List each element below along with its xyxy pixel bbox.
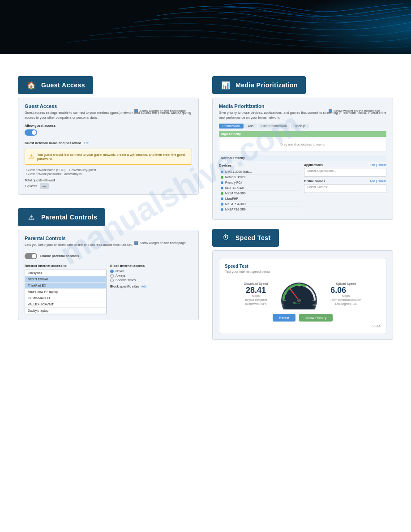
device-mk2: MKSAPS&-3R9 (219, 202, 301, 207)
speedometer-gauge: 0 100 200 Mbps (277, 278, 321, 309)
upload-row: 6.06 ↑ (330, 286, 361, 294)
radio-specific[interactable]: Specific Times (110, 279, 192, 282)
count-box: — (40, 183, 49, 189)
parental-controls-header[interactable]: ⚠ Parental Controls (18, 208, 105, 226)
games-dropdown[interactable]: Select Games... (304, 184, 386, 193)
high-priority-label: High Priority (219, 131, 386, 137)
network-edit-link[interactable]: Edit (84, 142, 89, 145)
guest-fields: · Guest network name (SSID): HeavenSurry… (25, 168, 192, 176)
show-history-button[interactable]: Show History (299, 314, 333, 322)
devices-col-title: Devices (219, 163, 301, 167)
speed-test-header[interactable]: ⏱ Speed Test (212, 229, 279, 247)
dot-mml (221, 171, 223, 173)
devices-apps-grid: Devices MMX-L 2008 Statu... Network Devi (219, 163, 386, 212)
devices-col: Devices MMX-L 2008 Statu... Network Devi (219, 163, 301, 212)
parental-two-col: Restrict Internet access to Linksys#3 NE… (25, 264, 192, 314)
block-title: Block Internet access (110, 264, 192, 268)
download-location: To your computer (244, 298, 268, 301)
guest-checkbox-row[interactable]: Show widget on the homepage (134, 109, 186, 113)
download-label: Download Speed (244, 282, 268, 285)
device-mk1: MKSAPS&-3R9 (219, 191, 301, 196)
network-name-field: · Guest network name (SSID): HeavenSurry… (25, 168, 192, 172)
main-content: 🏠 Guest Access Show widget on the homepa… (0, 54, 411, 353)
device-item-5[interactable]: VALLEX-SCAV&IT (25, 301, 106, 308)
guest-panel-title: Guest Access (25, 103, 192, 109)
parental-checkbox-row[interactable]: Show widget on the homepage (134, 241, 186, 245)
tab-backup[interactable]: Backup (291, 124, 308, 129)
apps-section: Applications Edit | Delete Select Applic… (304, 163, 386, 177)
device-item-0[interactable]: Linksys#3 (25, 270, 106, 276)
upload-box: Upload Speed 6.06 ↑ Mbps From download l… (330, 282, 361, 305)
tab-add[interactable]: Add (244, 124, 257, 129)
apps-edit-links[interactable]: Edit | Delete (370, 163, 386, 167)
normal-priority-label: Normal Priority (219, 155, 386, 161)
guests-count-row: 1 guests — (25, 183, 192, 189)
device-item-1[interactable]: NEXTLEXI&AI (25, 276, 106, 283)
media-checkbox-row[interactable]: Show widget on the homepage (329, 109, 380, 113)
device-name-next: NEXTLEXI&AI (225, 186, 300, 189)
parental-icon: ⚠ (26, 212, 37, 223)
dot-nd (221, 176, 223, 179)
guest-access-header[interactable]: 🏠 Guest Access (18, 76, 93, 94)
games-edit-links[interactable]: Add | Delete (369, 180, 386, 183)
warning-icon: ⚠ (29, 153, 34, 160)
ocela-logo: ocelA (225, 324, 381, 328)
guest-toggle[interactable] (25, 129, 37, 136)
device-name-nd: Network Device (225, 176, 300, 179)
device-item-2[interactable]: ThinkPad EX (25, 283, 106, 289)
apps-dropdown[interactable]: Select Applications... (304, 168, 386, 177)
tab-finer[interactable]: Finer Prioritization (258, 124, 290, 129)
radio-never[interactable]: Never (110, 270, 192, 273)
warning-box: ⚠ You guest should first connect to your… (25, 149, 192, 165)
block-section: Block Internet access Never Always (110, 264, 192, 314)
top-banner (0, 0, 411, 54)
radio-specific-dot (110, 279, 114, 282)
widgets-grid: 🏠 Guest Access Show widget on the homepa… (18, 76, 393, 340)
radio-never-label: Never (116, 270, 124, 273)
parental-toggle[interactable] (25, 253, 37, 259)
radio-never-dot (110, 270, 114, 273)
dot-friendly (221, 181, 223, 184)
media-prioritization-header[interactable]: 📊 Media Prioritization (212, 76, 306, 94)
radio-always[interactable]: Always (110, 274, 192, 278)
apps-header: Applications Edit | Delete (304, 163, 386, 167)
media-panel-inner: Show widget on the homepage Media Priori… (219, 103, 386, 212)
parental-checkbox[interactable] (134, 241, 138, 245)
gauge-container: 0 100 200 Mbps (277, 278, 321, 309)
speedtest-panel-title: Speed Test (225, 264, 381, 269)
device-item-4[interactable]: COMB-MACHO (25, 295, 106, 301)
upload-location: From download location (330, 298, 361, 301)
dot-next (221, 187, 223, 189)
block-sites-label: Block specific sites (110, 285, 139, 288)
upload-unit: Mbps (330, 294, 361, 297)
device-mml: MMX-L 2008 Statu... (219, 169, 301, 175)
total-label: Total guests allowed (25, 178, 192, 182)
guest-checkbox[interactable] (134, 109, 138, 113)
right-column: 📊 Media Prioritization Show widget on th… (212, 76, 393, 340)
speed-test-widget: ⏱ Speed Test Speed Test Test your intern… (212, 229, 393, 340)
apps-title: Applications (304, 163, 323, 167)
guest-access-title: Guest Access (41, 82, 85, 89)
device-item-3[interactable]: Mike's new HP laptop (25, 289, 106, 295)
device-libu: LibusPHP (219, 196, 301, 202)
network-pass-field: · Guest network password: accessmy19 (25, 172, 192, 176)
tab-prioritization[interactable]: Prioritization (219, 124, 244, 129)
svg-text:100: 100 (296, 282, 300, 284)
parental-checkbox-label: Show widget on the homepage (140, 241, 186, 245)
add-site-link[interactable]: Add (141, 285, 146, 288)
speed-icon: ⏱ (220, 232, 231, 243)
parental-controls-panel: Show widget on the homepage Parental Con… (18, 230, 199, 320)
download-value: 28.41 (244, 286, 268, 294)
media-checkbox-label: Show widget on the homepage (334, 109, 380, 113)
device-friendly: Friendly PC# (219, 180, 301, 185)
device-item-6[interactable]: Daddy's laptop (25, 308, 106, 314)
total-guests: Total guests allowed 1 guests — (25, 178, 192, 189)
block-sites-row: Block specific sites Add (110, 285, 192, 288)
device-next: NEXTLEXI&AI (219, 185, 301, 191)
retest-button[interactable]: Retest (273, 314, 295, 322)
media-checkbox[interactable] (329, 109, 332, 113)
parental-controls-title: Parental Controls (41, 214, 97, 221)
restrict-title: Restrict Internet access to (25, 264, 107, 268)
speedtest-buttons: Retest Show History (225, 314, 381, 322)
normal-priority-section: Normal Priority Devices MMX-L 2008 Statu… (219, 155, 386, 212)
